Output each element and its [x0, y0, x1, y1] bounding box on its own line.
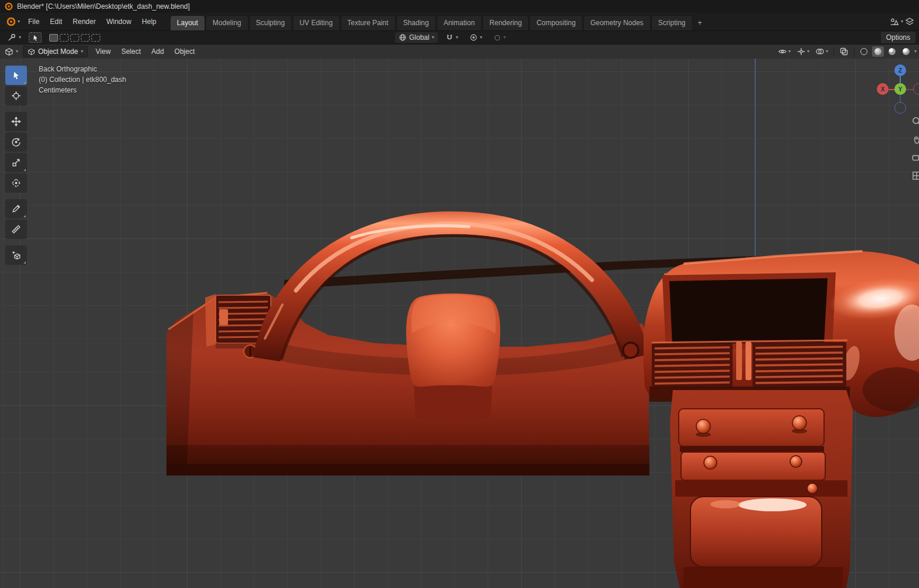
orientation-label: Global: [409, 33, 430, 42]
menu-add[interactable]: Add: [147, 46, 168, 57]
chevron-down-icon: ▾: [81, 49, 83, 54]
mode-dropdown[interactable]: Object Mode ▾: [23, 46, 88, 57]
overlays-dropdown[interactable]: ▾: [814, 47, 830, 56]
pan-button[interactable]: [910, 133, 919, 146]
visibility-dropdown[interactable]: ▾: [776, 47, 792, 56]
tab-uv-editing[interactable]: UV Editing: [292, 15, 340, 30]
tool-add-cube[interactable]: [5, 245, 27, 265]
tool-scale[interactable]: [5, 153, 27, 172]
menu-view[interactable]: View: [91, 46, 115, 57]
toggle-ortho-button[interactable]: [910, 169, 919, 182]
tab-compositing[interactable]: Compositing: [529, 15, 583, 30]
camera-icon: [911, 152, 919, 163]
scene-selectors: ▾: [890, 17, 915, 26]
menu-file[interactable]: File: [23, 16, 45, 28]
orientation-dropdown[interactable]: Global ▾: [395, 32, 438, 43]
zoom-button[interactable]: [910, 115, 919, 128]
mode-tweak-icon[interactable]: [49, 34, 58, 42]
mode-intersect-icon[interactable]: [91, 34, 100, 42]
menu-window[interactable]: Window: [101, 16, 137, 28]
shading-solid-button[interactable]: [872, 46, 884, 57]
options-button[interactable]: Options: [881, 32, 915, 43]
transform-icon: [11, 178, 21, 188]
tab-scripting[interactable]: Scripting: [651, 15, 693, 30]
chevron-down-icon: ▾: [503, 35, 506, 40]
solid-sphere-icon: [874, 48, 881, 55]
add-workspace-button[interactable]: +: [693, 16, 707, 30]
tab-rendering[interactable]: Rendering: [482, 15, 529, 30]
tool-move[interactable]: [5, 112, 27, 131]
tab-layout[interactable]: Layout: [170, 15, 205, 30]
measure-ruler-icon: [11, 224, 21, 234]
shading-material-button[interactable]: [886, 46, 898, 57]
gizmos-dropdown[interactable]: ▾: [795, 47, 811, 56]
tab-texture-paint[interactable]: Texture Paint: [341, 15, 396, 30]
divider: [833, 47, 834, 56]
chevron-down-icon[interactable]: ▾: [901, 19, 903, 24]
tab-shading[interactable]: Shading: [396, 15, 436, 30]
transform-snap-cluster: Global ▾ ▾ ▾ ▾: [395, 32, 509, 43]
chevron-down-icon[interactable]: ▾: [914, 49, 917, 54]
material-sphere-icon: [889, 48, 896, 55]
menu-render[interactable]: Render: [67, 16, 101, 28]
viewport-overlay-text: Back Orthographic (0) Collection | etk80…: [39, 64, 126, 95]
chevron-down-icon: ▾: [826, 49, 828, 54]
falloff-dropdown[interactable]: ▾: [490, 33, 509, 43]
editor-type-button[interactable]: ▾: [4, 32, 25, 43]
menu-help[interactable]: Help: [137, 16, 162, 28]
tool-transform[interactable]: [5, 173, 27, 193]
overlays-icon: [815, 47, 825, 56]
menu-edit[interactable]: Edit: [45, 16, 67, 28]
gizmo-neg-x-axis[interactable]: [913, 83, 919, 95]
units-label: Centimeters: [39, 85, 126, 95]
3d-viewport[interactable]: Back Orthographic (0) Collection | etk80…: [0, 59, 919, 588]
shading-rendered-button[interactable]: [900, 46, 912, 57]
object-mode-icon: [28, 48, 35, 56]
dashboard-model: [0, 59, 919, 588]
proportional-editing-toggle[interactable]: ▾: [466, 32, 486, 43]
move-icon: [11, 117, 21, 127]
tab-animation[interactable]: Animation: [437, 15, 482, 30]
falloff-circle-icon: [493, 34, 501, 42]
rendered-sphere-icon: [903, 48, 910, 55]
blender-menu-button[interactable]: ▾: [4, 16, 23, 28]
gizmo-neg-z-axis[interactable]: [894, 102, 906, 114]
toolbar-gap: [5, 194, 27, 198]
mode-set-icon[interactable]: [60, 34, 69, 42]
gizmo-y-axis[interactable]: Y: [894, 83, 906, 95]
tool-select-box[interactable]: [5, 66, 27, 85]
mode-extend-icon[interactable]: [70, 34, 79, 42]
window-title: Blender* [C:\Users\Milen\Desktop\etk_das…: [17, 2, 190, 11]
tab-geometry-nodes[interactable]: Geometry Nodes: [583, 15, 651, 30]
blender-window: { "titlebar": { "title": "Blender* [C:\\…: [0, 0, 919, 588]
chevron-down-icon: ▾: [480, 35, 482, 40]
active-tool-indicator[interactable]: [29, 32, 42, 43]
chevron-down-icon: ▾: [807, 49, 809, 54]
blender-logo-icon: [6, 17, 16, 26]
menu-select[interactable]: Select: [117, 46, 145, 57]
viewport-toolbar: [5, 66, 27, 265]
visibility-eye-icon: [778, 47, 787, 56]
snap-toggle[interactable]: ▾: [442, 32, 462, 43]
hand-icon: [911, 134, 919, 145]
camera-view-button[interactable]: [910, 151, 919, 164]
shading-wireframe-button[interactable]: [858, 46, 870, 57]
active-collection: (0) Collection | etk800_dash: [39, 74, 126, 85]
tool-rotate[interactable]: [5, 132, 27, 152]
view-layer-icon[interactable]: [905, 17, 914, 26]
tool-cursor[interactable]: [5, 86, 27, 105]
gizmo-z-axis[interactable]: Z: [894, 64, 906, 76]
tool-measure[interactable]: [5, 220, 27, 239]
menu-object[interactable]: Object: [170, 46, 200, 57]
editor-type-selector[interactable]: ▾: [3, 46, 20, 57]
select-box-icon: [11, 70, 21, 80]
gizmo-x-axis[interactable]: X: [877, 83, 889, 95]
scene-icon[interactable]: [890, 17, 899, 26]
tab-modeling[interactable]: Modeling: [206, 15, 249, 30]
xray-toggle[interactable]: [838, 47, 850, 56]
mode-subtract-icon[interactable]: [81, 34, 90, 42]
tab-sculpting[interactable]: Sculpting: [249, 15, 292, 30]
tool-annotate[interactable]: [5, 199, 27, 218]
viewport-editor-icon: [5, 47, 13, 56]
proportional-circle-icon: [469, 33, 478, 42]
